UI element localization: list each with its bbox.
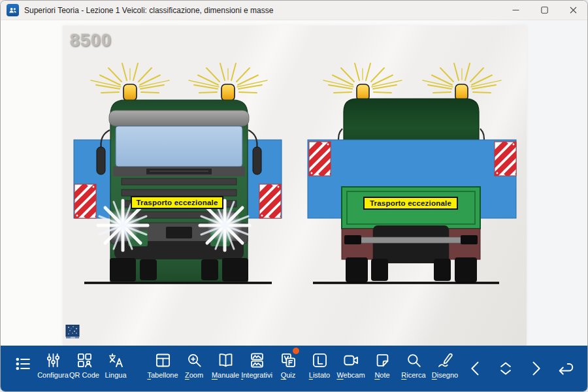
toolbar-item-label: Webcam — [336, 371, 365, 379]
nav-shuffle-button[interactable] — [491, 346, 521, 391]
app-icon — [7, 4, 19, 16]
toolbar-item-note[interactable]: Note — [367, 346, 398, 391]
front-truck — [63, 63, 316, 283]
nav-previous-button[interactable] — [461, 346, 491, 391]
toolbar-item-menu[interactable] — [8, 346, 37, 391]
close-icon — [570, 7, 577, 14]
content-area: 8500 — [1, 20, 588, 347]
list-box-icon — [311, 351, 329, 369]
toolbar-item-lingua[interactable]: Lingua — [100, 346, 131, 391]
true-false-icon — [280, 351, 297, 369]
toolbar-item-label: Listato — [309, 371, 330, 379]
minimize-icon — [512, 7, 519, 14]
toolbar-item-label: Zoom — [185, 371, 203, 379]
window-title: Superiori Teoria - Lezione 1 Veicoli: cl… — [24, 6, 273, 15]
toolbar-item-label: Lingua — [105, 371, 126, 379]
chevrons-up-down-icon — [496, 359, 515, 378]
toolbar-item-label: Manuale — [212, 371, 239, 379]
toolbar-item-quiz[interactable]: Quiz — [272, 346, 304, 391]
pen-icon — [436, 351, 454, 369]
qr-code-icon — [76, 351, 93, 369]
chevron-left-icon — [466, 359, 485, 378]
toolbar-item-label: Configura — [37, 371, 69, 379]
toolbar-item-listato[interactable]: Listato — [304, 346, 335, 391]
minimize-button[interactable] — [501, 1, 530, 20]
maximize-icon — [541, 7, 548, 14]
toolbar-item-ricerca[interactable]: Ricerca — [398, 346, 429, 391]
toolbar: ConfiguraQR CodeLinguaTabelloneZoomManua… — [1, 346, 588, 391]
toolbar-item-label: QR Code — [69, 371, 99, 379]
search-icon — [405, 351, 423, 369]
rear-truck — [287, 63, 527, 283]
toolbar-item-qr-code[interactable]: QR Code — [69, 346, 100, 391]
truck-illustration — [63, 25, 527, 346]
lesson-slide[interactable]: 8500 — [63, 25, 527, 346]
note-icon — [374, 351, 391, 369]
front-truck-sign: Trasporto eccezionale — [131, 196, 223, 209]
toolbar-item-tabellone[interactable]: Tabellone — [147, 346, 178, 391]
toolbar-item-webcam[interactable]: Webcam — [335, 346, 367, 391]
book-icon — [217, 351, 235, 369]
toolbar-item-label: Integrativi — [241, 371, 272, 379]
nav-next-button[interactable] — [521, 346, 551, 391]
toolbar-item-integrativi[interactable]: Integrativi — [241, 346, 272, 391]
sliders-icon — [44, 351, 62, 369]
toolbar-group-spacer — [131, 346, 147, 391]
notification-dot — [293, 348, 299, 354]
translate-icon — [107, 351, 125, 369]
return-arrow-icon — [556, 359, 576, 378]
nav-return-button[interactable] — [551, 346, 581, 391]
video-camera-icon — [342, 351, 360, 369]
list-menu-icon — [14, 355, 32, 373]
close-button[interactable] — [559, 1, 587, 20]
zoom-in-icon — [186, 351, 203, 369]
app-window: Superiori Teoria - Lezione 1 Veicoli: cl… — [0, 0, 588, 392]
toolbar-item-manuale[interactable]: Manuale — [210, 346, 241, 391]
toolbar-item-label: Disegno — [432, 371, 458, 379]
maximize-button[interactable] — [530, 1, 559, 20]
toolbar-item-zoom[interactable]: Zoom — [178, 346, 210, 391]
rear-truck-sign: Trasporto eccezionale — [363, 197, 458, 210]
publisher-logo — [65, 325, 80, 338]
images-icon — [248, 351, 266, 369]
toolbar-item-configura[interactable]: Configura — [37, 346, 69, 391]
grid-icon — [154, 351, 172, 369]
toolbar-item-label: Note — [374, 371, 389, 379]
toolbar-item-label: Ricerca — [401, 371, 425, 379]
toolbar-item-label: Quiz — [281, 371, 296, 379]
toolbar-item-disegno[interactable]: Disegno — [429, 346, 461, 391]
chevron-right-icon — [526, 359, 546, 378]
people-icon — [8, 5, 18, 15]
toolbar-item-label: Tabellone — [147, 371, 178, 379]
title-bar: Superiori Teoria - Lezione 1 Veicoli: cl… — [1, 1, 587, 20]
